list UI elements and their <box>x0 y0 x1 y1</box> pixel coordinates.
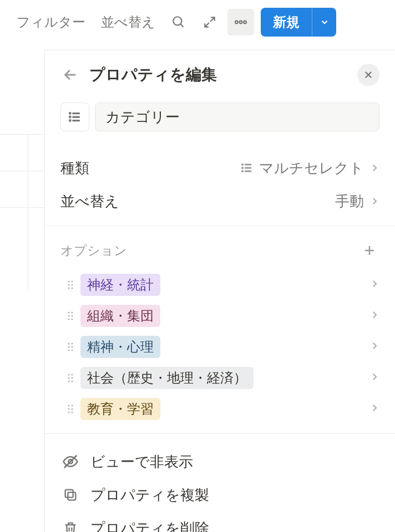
option-tag: 組織・集団 <box>80 305 160 327</box>
new-button-group: 新規 <box>261 8 336 37</box>
more-button[interactable] <box>227 9 254 35</box>
svg-point-47 <box>71 380 73 382</box>
options-label: オプション <box>60 242 359 259</box>
options-section-header: オプション <box>60 237 379 264</box>
chevron-right-icon <box>369 372 379 382</box>
svg-point-28 <box>68 287 69 289</box>
svg-point-41 <box>71 349 73 351</box>
svg-point-24 <box>68 280 69 282</box>
svg-rect-56 <box>68 492 75 500</box>
option-tag: 神経・統計 <box>80 274 160 296</box>
svg-point-42 <box>68 374 69 375</box>
hide-in-view-button[interactable]: ビューで非表示 <box>60 445 379 478</box>
close-button[interactable] <box>357 64 379 86</box>
drag-handle[interactable] <box>60 279 80 290</box>
property-icon-button[interactable] <box>60 103 89 131</box>
option-row[interactable]: 社会（歴史・地理・経済） <box>60 362 379 393</box>
divider <box>45 226 395 226</box>
svg-point-10 <box>69 112 71 115</box>
add-option-button[interactable] <box>359 241 379 260</box>
options-list: 神経・統計 組織・集団 精神・心理 社会（歴史・地理・経済） 教育・学習 <box>60 269 379 424</box>
sort-value: 手動 <box>335 192 364 211</box>
drag-handle[interactable] <box>60 403 80 415</box>
svg-line-3 <box>205 23 209 27</box>
svg-rect-13 <box>73 116 80 117</box>
edit-property-panel: プロパティを編集 種類 マルチセレクト 並べ替え 手動 オプション <box>44 50 395 532</box>
svg-point-4 <box>235 21 238 24</box>
property-name-input[interactable] <box>95 103 379 131</box>
option-row[interactable]: 神経・統計 <box>60 269 379 300</box>
svg-point-33 <box>71 315 73 316</box>
duplicate-property-button[interactable]: プロパティを複製 <box>60 478 379 511</box>
chevron-right-icon <box>369 279 379 289</box>
svg-point-52 <box>68 411 69 413</box>
type-label: 種類 <box>60 158 240 178</box>
type-value: マルチセレクト <box>259 158 364 178</box>
svg-rect-21 <box>245 171 251 172</box>
new-button[interactable]: 新規 <box>261 8 312 37</box>
property-type-row[interactable]: 種類 マルチセレクト <box>60 151 379 185</box>
drag-handle[interactable] <box>60 341 80 352</box>
delete-label: プロパティを削除 <box>90 519 209 533</box>
svg-point-27 <box>71 284 73 285</box>
svg-point-37 <box>71 342 73 344</box>
trash-icon <box>63 520 78 532</box>
svg-point-44 <box>68 377 69 378</box>
hide-label: ビューで非表示 <box>90 452 193 472</box>
svg-point-14 <box>69 120 71 122</box>
svg-point-43 <box>71 374 73 375</box>
chevron-right-icon <box>369 310 379 320</box>
svg-point-48 <box>68 405 69 406</box>
option-row[interactable]: 教育・学習 <box>60 393 379 424</box>
duplicate-label: プロパティを複製 <box>90 485 209 505</box>
arrow-left-icon <box>63 67 78 83</box>
plus-icon <box>363 244 376 257</box>
svg-point-45 <box>71 377 73 378</box>
chevron-right-icon <box>369 341 379 351</box>
sort-label: 並べ替え <box>60 192 335 211</box>
drag-icon <box>66 310 75 321</box>
option-tag: 教育・学習 <box>80 398 160 420</box>
svg-point-39 <box>71 346 73 347</box>
svg-point-0 <box>173 17 181 25</box>
drag-icon <box>66 279 75 290</box>
drag-icon <box>66 372 75 383</box>
chevron-right-icon <box>369 163 379 173</box>
svg-rect-19 <box>245 167 251 168</box>
search-icon <box>171 15 186 29</box>
svg-point-38 <box>68 346 69 347</box>
back-button[interactable] <box>60 65 80 85</box>
svg-rect-15 <box>73 120 80 121</box>
filter-button[interactable]: フィルター <box>11 10 91 34</box>
svg-point-12 <box>69 116 71 118</box>
option-row[interactable]: 精神・心理 <box>60 331 379 362</box>
svg-point-20 <box>241 170 243 172</box>
expand-button[interactable] <box>196 9 223 35</box>
svg-point-40 <box>68 349 69 351</box>
svg-point-49 <box>71 405 73 406</box>
list-icon <box>68 110 82 124</box>
svg-point-30 <box>68 311 69 313</box>
drag-handle[interactable] <box>60 372 80 383</box>
svg-point-32 <box>68 315 69 316</box>
svg-rect-57 <box>65 490 73 498</box>
sort-button[interactable]: 並べ替え <box>95 10 161 34</box>
drag-handle[interactable] <box>60 310 80 321</box>
svg-point-46 <box>68 380 69 382</box>
drag-icon <box>66 403 75 415</box>
delete-property-button[interactable]: プロパティを削除 <box>60 511 379 532</box>
property-sort-row[interactable]: 並べ替え 手動 <box>60 185 379 218</box>
property-actions: ビューで非表示 プロパティを複製 プロパティを削除 <box>60 445 379 532</box>
option-row[interactable]: 組織・集団 <box>60 300 379 331</box>
svg-point-35 <box>71 318 73 320</box>
svg-point-50 <box>68 408 69 410</box>
svg-point-31 <box>71 311 73 313</box>
search-button[interactable] <box>165 9 192 35</box>
multiselect-icon <box>240 161 254 175</box>
svg-point-29 <box>71 287 73 289</box>
svg-point-34 <box>68 318 69 320</box>
svg-point-53 <box>71 411 73 413</box>
new-button-menu[interactable] <box>312 8 336 37</box>
svg-point-25 <box>71 280 73 282</box>
svg-line-1 <box>180 24 183 27</box>
